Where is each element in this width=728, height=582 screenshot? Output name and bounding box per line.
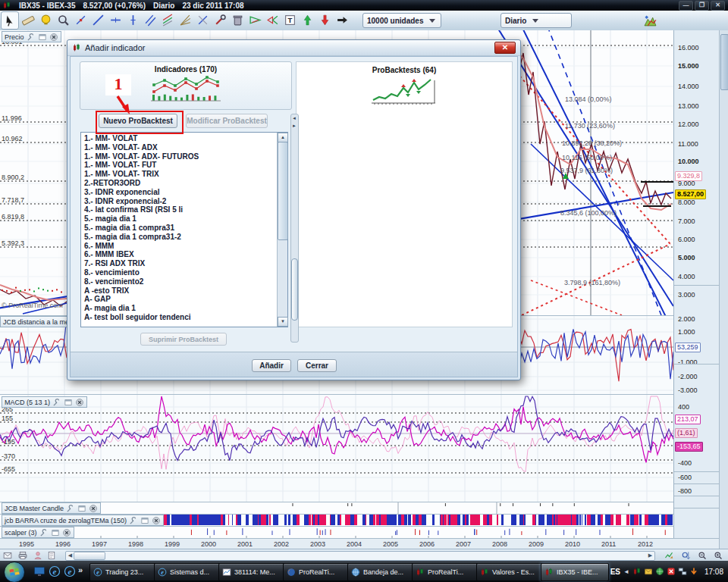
zoom-axes-icon[interactable]: [681, 551, 690, 560]
close-panel-icon[interactable]: [89, 504, 98, 513]
macd-chart-canvas[interactable]: [0, 394, 673, 502]
scrollbar-thumb[interactable]: [278, 142, 288, 240]
trash-tool[interactable]: [229, 11, 246, 28]
internet-explorer-icon[interactable]: e: [64, 565, 76, 577]
mail-icon[interactable]: [3, 551, 12, 560]
indicator-list-item[interactable]: 1.- MM- VOLAT: [81, 134, 278, 143]
text-tool[interactable]: T: [281, 11, 298, 28]
close-panel-icon[interactable]: [49, 33, 58, 42]
scroll-down-icon[interactable]: ▼: [278, 317, 288, 327]
point-tool[interactable]: [72, 11, 89, 28]
taskbar-button[interactable]: Bandeja de...: [347, 563, 416, 581]
buy-arrow-tool[interactable]: [299, 11, 315, 28]
vertical-scrollbar[interactable]: [719, 30, 728, 561]
internet-explorer-icon[interactable]: e: [49, 565, 61, 577]
settings-icon[interactable]: [66, 504, 75, 513]
language-indicator[interactable]: ES: [610, 568, 620, 576]
maximize-button[interactable]: ❐: [695, 1, 709, 11]
globe-tray-icon[interactable]: [655, 567, 664, 576]
units-select[interactable]: 10000 unidades: [362, 13, 441, 28]
show-desktop-icon[interactable]: [33, 565, 46, 577]
indicator-list-item[interactable]: 3.- IDNR exponencial: [81, 188, 278, 197]
probacktests-pane[interactable]: ProBacktests (64): [296, 61, 513, 327]
tray-expand-chevron[interactable]: ◄: [623, 568, 629, 575]
cross-line-tool[interactable]: [194, 11, 211, 28]
erase-tool[interactable]: [212, 11, 228, 28]
vertical-line-tool[interactable]: [124, 11, 141, 28]
period-select[interactable]: Diario: [500, 13, 572, 28]
chart-style-button[interactable]: [642, 12, 658, 29]
pane-divider-scrollbar[interactable]: ◄ ►: [290, 114, 299, 343]
dialog-titlebar[interactable]: Añadir indicador ✕: [67, 40, 520, 56]
zoom-tool[interactable]: [55, 11, 71, 28]
indicator-list[interactable]: 1.- MM- VOLAT1.- MM- VOLAT- ADX1.- MM- V…: [80, 132, 288, 327]
indicator-list-item[interactable]: 5.- magia dia 1 compra31: [81, 224, 278, 233]
settings-icon[interactable]: [52, 398, 61, 407]
indicator-list-item[interactable]: 1.- MM- VOLAT- ADX: [81, 143, 278, 152]
detach-window-icon[interactable]: [77, 504, 86, 513]
indicator-list-item[interactable]: 2.-RETOR3ORD: [81, 179, 278, 188]
divider-thumb[interactable]: [291, 258, 298, 321]
taskbar-button[interactable]: Valores - Es...: [476, 563, 544, 581]
indicator-list-item[interactable]: 1.- MM- VOLAT- ADX- FUTUROS: [81, 152, 278, 161]
minimize-button[interactable]: —: [679, 1, 693, 11]
update-tray-icon[interactable]: [689, 567, 698, 576]
zoom-in-icon[interactable]: [714, 551, 723, 560]
taskbar-button[interactable]: ProRealTi...: [283, 563, 351, 581]
settings-icon[interactable]: [27, 33, 36, 42]
alert-tool[interactable]: [37, 11, 54, 28]
quicklaunch-overflow-chevron[interactable]: »: [78, 565, 83, 574]
indicator-list-item[interactable]: 4.- lat confirma RSI (RSI 5 li: [81, 205, 278, 214]
close-panel-icon[interactable]: [62, 528, 71, 537]
indicator-list-item[interactable]: 3.- IDNR exponencial-2: [81, 197, 278, 206]
scroll-right-icon[interactable]: ▶: [647, 552, 654, 559]
detach-window-icon[interactable]: [64, 398, 73, 407]
settings-icon[interactable]: [39, 528, 49, 537]
indicator-list-item[interactable]: 8.- vencimiento: [81, 268, 278, 277]
triangle-pattern-tool[interactable]: [246, 11, 263, 28]
close-panel-icon[interactable]: [152, 516, 161, 525]
indicator-list-item[interactable]: 6.- MMM IBEX: [81, 250, 278, 259]
delete-probacktest-button[interactable]: Suprimir ProBacktest: [140, 333, 227, 346]
indicator-list-item[interactable]: 5.- magia dia 1: [81, 214, 278, 224]
horizontal-scrollbar[interactable]: ◀ ▶: [65, 551, 655, 561]
settings-icon[interactable]: [129, 516, 138, 525]
expansion-tool[interactable]: [264, 11, 281, 28]
pointer-tool[interactable]: [1, 11, 19, 30]
scrollbar-thumb[interactable]: [720, 34, 728, 90]
taskbar-button[interactable]: IBX35 - IBE...: [541, 563, 609, 581]
taskbar-button[interactable]: ProRealTi...: [412, 563, 480, 581]
indicator-list-item[interactable]: A- test boll seguidor tendenci: [81, 313, 278, 322]
channel-tool[interactable]: [159, 11, 176, 28]
zoom-out-icon[interactable]: [698, 551, 707, 560]
indicator-list-item[interactable]: 6.- MMM: [81, 242, 278, 251]
dialog-close-button[interactable]: ✕: [494, 42, 516, 54]
detach-window-icon[interactable]: [51, 528, 60, 537]
candles-tray-icon[interactable]: [632, 567, 642, 576]
chart-edit-icon[interactable]: [664, 551, 673, 560]
start-button[interactable]: [4, 562, 25, 582]
taskbar-button[interactable]: eSistemas d...: [154, 563, 222, 581]
list-scrollbar[interactable]: ▲ ▼: [277, 133, 287, 327]
parallel-lines-tool[interactable]: [142, 11, 158, 28]
indicator-list-item[interactable]: 8.- vencimiento2: [81, 277, 278, 286]
mail-tray-icon[interactable]: [644, 567, 653, 576]
user-icon[interactable]: [33, 551, 42, 560]
forward-tool[interactable]: [334, 11, 350, 28]
add-button[interactable]: Añadir: [252, 359, 291, 372]
report-icon[interactable]: [47, 551, 56, 560]
print-icon[interactable]: [18, 551, 27, 560]
divider-left-icon[interactable]: ◄: [292, 116, 297, 120]
horizontal-line-tool[interactable]: [107, 11, 124, 28]
close-button[interactable]: Cerrar: [297, 359, 337, 372]
detach-window-icon[interactable]: [140, 516, 149, 525]
fibonacci-tool[interactable]: [177, 11, 193, 28]
indicator-list-item[interactable]: A -esto TRIX: [81, 286, 278, 296]
indicator-list-item[interactable]: 5.- magia dia 1 compra31-2: [81, 233, 278, 242]
detach-window-icon[interactable]: [38, 33, 47, 42]
divider-right-icon[interactable]: ►: [292, 124, 297, 128]
indicator-list-item[interactable]: 1.- MM- VOLAT- TRIX: [81, 170, 278, 179]
trendline-tool[interactable]: [89, 11, 106, 28]
modify-probacktest-button[interactable]: Modificar ProBacktest: [186, 114, 268, 128]
taskbar-button[interactable]: 381114: Me...: [218, 563, 287, 581]
